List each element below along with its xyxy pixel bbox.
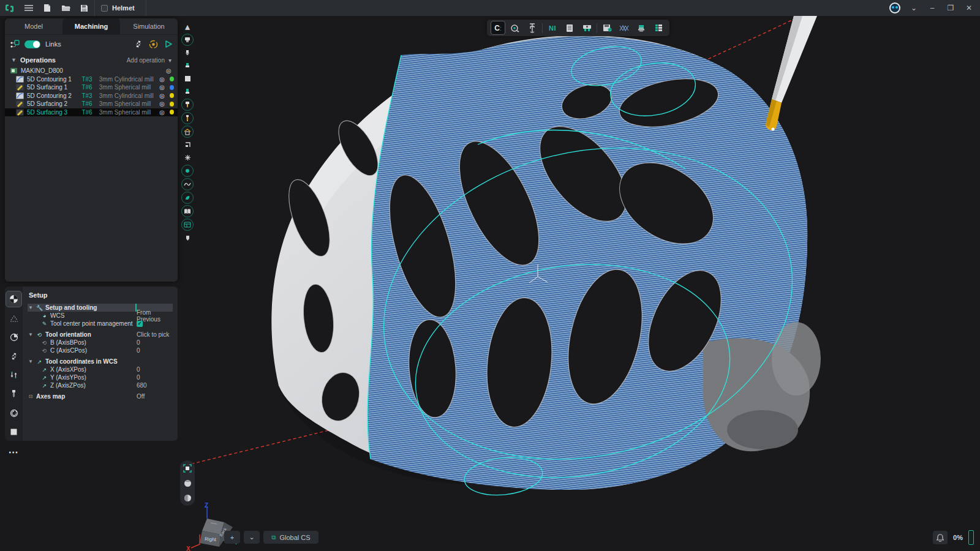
- fixture-icon[interactable]: [6, 310, 21, 326]
- operation-row[interactable]: 5D Surfacing 2 T#6 3mm Spherical mill ◎: [5, 100, 178, 108]
- regenerate-toolpath-icon[interactable]: [149, 40, 158, 49]
- nc-program-icon[interactable]: NI: [545, 21, 560, 35]
- notifications-bell-icon[interactable]: [933, 531, 948, 544]
- add-operation-button[interactable]: Add operation ▾: [127, 57, 172, 64]
- curve-icon[interactable]: [181, 178, 194, 190]
- viewcube-face-front: Right: [205, 536, 217, 542]
- operation-visibility-icon[interactable]: ◎: [159, 76, 167, 83]
- parameter-table-icon[interactable]: [181, 219, 194, 231]
- operation-row[interactable]: 5D Contouring 1 T#3 3mm Cylindrical mill…: [5, 75, 178, 84]
- wireframe-toggle-icon[interactable]: [617, 21, 631, 35]
- axis-z-row[interactable]: ↗ Z (AxisZPos) 680: [28, 381, 173, 389]
- tab-simulation[interactable]: Simulation: [120, 18, 178, 34]
- tool-green-icon[interactable]: [181, 86, 194, 97]
- new-file-button[interactable]: [39, 0, 55, 16]
- stock-layers-icon[interactable]: [634, 21, 649, 35]
- operation-row[interactable]: 5D Surfacing 1 T#6 3mm Spherical mill ◎: [5, 83, 178, 92]
- point-icon[interactable]: [181, 165, 194, 177]
- axis-b-row[interactable]: ⟲ B (AxisBPos) 0: [28, 339, 173, 347]
- operation-status-dot: [170, 77, 174, 81]
- tool-coordinates-row[interactable]: ▼↗ Tool coordinates in WCS: [28, 358, 173, 365]
- more-ellipsis-icon[interactable]: ⋯: [6, 444, 21, 460]
- post-save-icon[interactable]: [600, 21, 614, 35]
- tap-tool-icon[interactable]: [181, 112, 194, 124]
- axes-map-icon: ⊡: [28, 394, 34, 399]
- minimize-button[interactable]: –: [924, 0, 941, 16]
- machine-visibility-icon[interactable]: ◎: [166, 67, 174, 74]
- toolpath-list-icon[interactable]: [651, 21, 666, 35]
- open-file-button[interactable]: [58, 0, 74, 16]
- pattern-icon[interactable]: [181, 152, 194, 163]
- drill-tool-icon[interactable]: [181, 99, 194, 111]
- axis-z-icon: ↗: [41, 383, 48, 389]
- small-tool-icon[interactable]: [181, 232, 194, 244]
- plane-icon[interactable]: [181, 139, 194, 151]
- home-position-icon[interactable]: [181, 126, 194, 138]
- tcp-checkbox[interactable]: ✓: [137, 321, 143, 327]
- operations-settings-gear-icon[interactable]: [134, 40, 143, 48]
- operation-row[interactable]: 5D Contouring 2 T#3 3mm Cylindrical mill…: [5, 92, 178, 100]
- tool-change-icon[interactable]: [6, 367, 21, 383]
- settings-gear-icon[interactable]: [6, 348, 21, 364]
- collision-check-icon[interactable]: C:: [491, 21, 505, 35]
- wcs-row[interactable]: ◕ WCS From Previous: [28, 312, 173, 320]
- stock-icon[interactable]: [181, 73, 194, 84]
- zoom-fit-icon[interactable]: [183, 463, 192, 473]
- collapse-chevron-icon[interactable]: ▴: [181, 21, 194, 32]
- links-graph-icon: [10, 40, 20, 48]
- wcs-icon[interactable]: [6, 291, 21, 307]
- add-cs-button[interactable]: +: [224, 531, 240, 544]
- axis-x-row[interactable]: ↗ X (AxisXPos) 0: [28, 365, 173, 373]
- machine-row[interactable]: MAKINO_D800 ◎: [5, 67, 178, 75]
- tcp-row[interactable]: ✎ Tool center point management ✓: [28, 320, 173, 328]
- save-button[interactable]: [76, 0, 92, 16]
- tool-holder-icon[interactable]: [181, 34, 194, 46]
- geometry-book-icon[interactable]: [181, 205, 194, 217]
- chamfer-tool-icon[interactable]: [181, 47, 194, 59]
- operation-visibility-icon[interactable]: ◎: [159, 109, 167, 116]
- operation-visibility-icon[interactable]: ◎: [159, 84, 167, 91]
- tool-assembly-icon[interactable]: [181, 60, 194, 72]
- global-cs-button[interactable]: ⧉ Global CS: [263, 531, 318, 544]
- run-simulation-play-icon[interactable]: [164, 40, 173, 48]
- tab-model[interactable]: Model: [5, 18, 62, 34]
- spindle-icon[interactable]: [6, 405, 21, 421]
- tool-orientation-row[interactable]: ▼⟲ Tool orientation Click to pick: [28, 331, 173, 339]
- cs-dropdown-chevron[interactable]: ⌄: [244, 531, 260, 544]
- view-cube[interactable]: X Y Z Right Back: [181, 503, 249, 551]
- machine-setup-icon[interactable]: [579, 21, 594, 35]
- rotation-icon: ⟲: [36, 332, 43, 338]
- restore-button[interactable]: ❐: [942, 0, 959, 16]
- stock-box-icon[interactable]: [6, 424, 21, 440]
- document-tab[interactable]: Helmet: [94, 0, 146, 16]
- axis-x-icon: ↗: [41, 367, 48, 373]
- view-orientation-icon[interactable]: [183, 493, 192, 503]
- machining-panel: Model Machining Simulation Links ▼ Opera…: [5, 18, 178, 282]
- documentation-icon[interactable]: [562, 21, 577, 35]
- shaded-view-icon[interactable]: [183, 478, 192, 488]
- user-avatar[interactable]: [889, 2, 900, 13]
- app-logo-icon: [0, 0, 18, 16]
- operations-collapse-chevron[interactable]: ▼: [11, 57, 17, 63]
- user-menu-chevron[interactable]: ⌄: [905, 0, 922, 16]
- axis-c-row[interactable]: ⟲ C (AxisCPos) 0: [28, 347, 173, 354]
- axes-map-row[interactable]: ⊡ Axes map Off: [28, 392, 173, 400]
- title-bar: Helmet ⌄ – ❐ ✕: [0, 0, 980, 16]
- tool-display-toolbar: ▴: [181, 21, 194, 244]
- document-tab-label: Helmet: [112, 4, 135, 12]
- links-toggle[interactable]: [24, 40, 40, 48]
- setup-panel: Setup ▼🔧 Setup and tooling ◕ WCS From Pr…: [23, 287, 178, 441]
- operation-row-selected[interactable]: 5D Surfacing 3 T#6 3mm Spherical mill ◎: [5, 108, 178, 117]
- orientation-icon[interactable]: [6, 329, 21, 345]
- operation-visibility-icon[interactable]: ◎: [159, 100, 167, 107]
- caliper-measure-icon[interactable]: [525, 21, 540, 35]
- axis-y-row[interactable]: ↗ Y (AxisYPos) 0: [28, 373, 173, 381]
- main-menu-button[interactable]: [21, 0, 37, 16]
- surface-icon[interactable]: [181, 192, 194, 204]
- close-button[interactable]: ✕: [960, 0, 978, 16]
- probe-icon[interactable]: [508, 21, 522, 35]
- cam-application: Helmet ⌄ – ❐ ✕: [0, 0, 980, 551]
- operation-visibility-icon[interactable]: ◎: [159, 92, 167, 99]
- tab-machining[interactable]: Machining: [62, 18, 120, 34]
- tool-icon[interactable]: [6, 386, 21, 402]
